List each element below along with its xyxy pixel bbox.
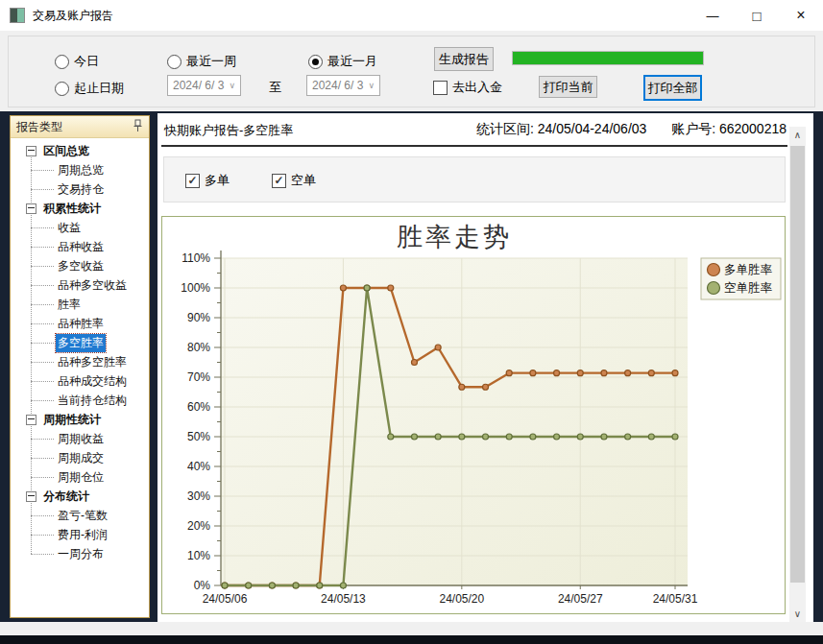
account-label: 账户号: [671, 121, 715, 136]
pin-icon[interactable] [133, 119, 143, 135]
exclude-deposit-label: 去出入金 [452, 79, 502, 96]
radio-date-range[interactable]: 起止日期 [55, 80, 124, 97]
legend-label: 空单胜率 [724, 281, 773, 295]
tree-item-18[interactable]: 分布统计 [11, 487, 149, 506]
tree-item-10[interactable]: 多空胜率 [11, 333, 149, 352]
collapse-icon[interactable] [26, 203, 36, 214]
radio-date-range-circle[interactable] [55, 82, 69, 96]
tree-item-0[interactable]: 区间总览 [11, 141, 149, 160]
desktop-background [0, 635, 823, 644]
window-title: 交易及账户报告 [33, 8, 113, 24]
check-icon: ✓ [187, 175, 197, 186]
tree-item-label: 一周分布 [58, 546, 104, 562]
print-all-button[interactable]: 打印全部 [643, 75, 702, 101]
y-tick-label: 60% [187, 400, 210, 414]
tree-item-16[interactable]: 周期成交 [11, 448, 149, 467]
exclude-deposit-box[interactable]: ✓ [433, 81, 448, 95]
tree-item-6[interactable]: 多空收益 [11, 256, 149, 275]
chart-legend: 多单胜率空单胜率 [701, 258, 781, 299]
scroll-down-icon[interactable]: ∨ [789, 606, 806, 622]
print-current-button[interactable]: 打印当前 [539, 76, 597, 98]
tree-item-8[interactable]: 胜率 [11, 295, 149, 314]
report-meta: 统计区间: 24/05/04-24/06/03 账户号: 662000218 [476, 121, 787, 138]
tree-item-14[interactable]: 周期性统计 [11, 410, 149, 429]
radio-last-week-circle[interactable] [167, 55, 182, 69]
collapse-icon[interactable] [26, 491, 36, 502]
exclude-deposit-checkbox[interactable]: ✓ 去出入金 [433, 79, 502, 96]
minimize-button[interactable]: — [690, 0, 735, 31]
short-filter-label: 空单 [291, 172, 316, 189]
long-filter-checkbox[interactable]: ✓ 多单 [185, 172, 230, 189]
check-icon: ✓ [274, 175, 283, 186]
tree-item-2[interactable]: 交易持仓 [11, 179, 149, 199]
tree-item-12[interactable]: 品种成交结构 [11, 371, 149, 391]
tree-item-5[interactable]: 品种收益 [11, 237, 149, 256]
tree-item-17[interactable]: 周期仓位 [11, 467, 149, 487]
date-from-picker[interactable]: 2024/ 6/ 3 ∨ [167, 75, 241, 96]
window-controls: — □ × [690, 0, 823, 31]
toolbar: 今日 最近一周 最近一月 生成报告 起止日期 2024/ 6/ 3 ∨ 至 20… [0, 31, 823, 111]
date-to-picker[interactable]: 2024/ 6/ 3 ∨ [306, 75, 380, 96]
short-filter-checkbox[interactable]: ✓ 空单 [272, 172, 316, 189]
tree-item-20[interactable]: 费用-利润 [11, 525, 149, 544]
tree-item-label: 周期收益 [58, 431, 104, 447]
sidebar-header: 报告类型 [11, 116, 149, 138]
tree-item-label: 胜率 [58, 297, 81, 313]
short-filter-box[interactable]: ✓ [272, 174, 286, 188]
y-tick-label: 10% [187, 549, 210, 562]
tree-item-label: 收益 [58, 220, 81, 236]
close-button[interactable]: × [779, 0, 823, 31]
maximize-button[interactable]: □ [735, 0, 779, 31]
tree-item-9[interactable]: 品种胜率 [11, 314, 149, 333]
y-tick-label: 30% [187, 489, 210, 503]
report-type-sidebar: 报告类型 区间总览周期总览交易持仓积累性统计收益品种收益多空收益品种多空收益胜率… [10, 115, 150, 618]
tree-item-label: 品种收益 [58, 239, 104, 255]
tree-item-7[interactable]: 品种多空收益 [11, 275, 149, 295]
long-filter-box[interactable]: ✓ [185, 174, 200, 188]
main-panel: 快期账户报告-多空胜率 统计区间: 24/05/04-24/06/03 账户号:… [157, 113, 813, 622]
tree-item-3[interactable]: 积累性统计 [11, 199, 149, 218]
radio-last-month[interactable]: 最近一月 [308, 53, 377, 70]
generate-report-button[interactable]: 生成报告 [434, 47, 494, 71]
tree-item-label: 周期成交 [58, 450, 104, 466]
radio-date-range-label: 起止日期 [74, 80, 124, 97]
sidebar-header-label: 报告类型 [16, 119, 62, 135]
collapse-icon[interactable] [26, 146, 36, 156]
y-tick-label: 110% [182, 251, 210, 265]
y-tick-label: 70% [187, 370, 210, 384]
tree-item-19[interactable]: 盈亏-笔数 [11, 506, 149, 525]
tree-item-21[interactable]: 一周分布 [11, 544, 149, 563]
chart-panel: 0%10%20%30%40%50%60%70%80%90%100%110%24/… [161, 216, 786, 614]
tree-item-11[interactable]: 品种多空胜率 [11, 352, 149, 371]
radio-today[interactable]: 今日 [55, 53, 99, 70]
winrate-chart: 0%10%20%30%40%50%60%70%80%90%100%110%24/… [162, 217, 785, 613]
y-tick-label: 90% [187, 311, 210, 324]
legend-label: 多单胜率 [724, 263, 773, 276]
tree-item-label: 周期仓位 [58, 469, 104, 486]
scrollbar-thumb[interactable] [790, 146, 805, 583]
tree-item-15[interactable]: 周期收益 [11, 429, 149, 448]
y-tick-label: 20% [187, 519, 210, 533]
x-tick-label: 24/05/27 [558, 592, 603, 606]
vertical-scrollbar[interactable]: ∧ ∨ [789, 127, 806, 622]
scroll-up-icon[interactable]: ∧ [789, 127, 806, 143]
date-from-value: 2024/ 6/ 3 [173, 79, 224, 92]
app-icon [10, 8, 25, 23]
tree-item-label: 分布统计 [43, 489, 89, 505]
tree-item-4[interactable]: 收益 [11, 218, 149, 237]
tree-item-13[interactable]: 当前持仓结构 [11, 391, 149, 410]
long-filter-label: 多单 [205, 172, 230, 189]
tree-item-label: 周期性统计 [43, 412, 101, 428]
radio-today-circle[interactable] [55, 55, 69, 69]
tree-item-label: 多空收益 [58, 258, 104, 274]
tree-item-1[interactable]: 周期总览 [11, 160, 149, 179]
radio-last-week[interactable]: 最近一周 [167, 53, 236, 70]
y-tick-label: 50% [187, 430, 210, 443]
report-window: 交易及账户报告 — □ × 今日 最近一周 最近一月 生成报告 起止日期 [0, 0, 823, 635]
x-tick-label: 24/05/13 [321, 592, 366, 606]
collapse-icon[interactable] [26, 415, 36, 425]
radio-last-month-circle[interactable] [308, 55, 323, 69]
tree-item-label: 积累性统计 [43, 201, 101, 217]
radio-today-label: 今日 [74, 53, 99, 70]
tree-item-label: 当前持仓结构 [58, 393, 127, 409]
